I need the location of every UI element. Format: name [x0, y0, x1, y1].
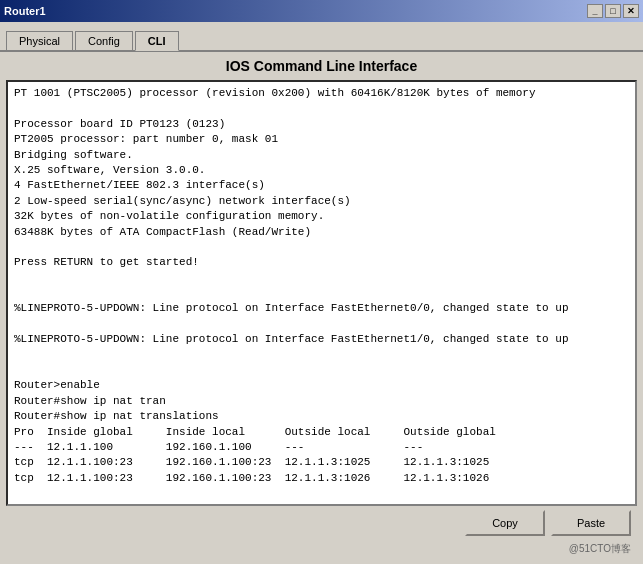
- minimize-button[interactable]: _: [587, 4, 603, 18]
- maximize-button[interactable]: □: [605, 4, 621, 18]
- terminal-content[interactable]: PT 1001 (PTSC2005) processor (revision 0…: [8, 82, 635, 504]
- copy-button[interactable]: Copy: [465, 510, 545, 536]
- main-container: IOS Command Line Interface PT 1001 (PTSC…: [0, 52, 643, 564]
- bottom-bar: Copy Paste: [6, 506, 637, 540]
- window-controls[interactable]: _ □ ✕: [587, 4, 639, 18]
- tab-config[interactable]: Config: [75, 31, 133, 50]
- page-title: IOS Command Line Interface: [6, 58, 637, 74]
- title-bar: Router1 _ □ ✕: [0, 0, 643, 22]
- terminal-scroll[interactable]: PT 1001 (PTSC2005) processor (revision 0…: [8, 82, 635, 504]
- window-title: Router1: [4, 5, 46, 17]
- tab-bar: Physical Config CLI: [0, 22, 643, 52]
- terminal-wrapper: PT 1001 (PTSC2005) processor (revision 0…: [6, 80, 637, 506]
- tab-cli[interactable]: CLI: [135, 31, 179, 51]
- tab-physical[interactable]: Physical: [6, 31, 73, 50]
- watermark: @51CTO博客: [6, 540, 637, 558]
- paste-button[interactable]: Paste: [551, 510, 631, 536]
- close-button[interactable]: ✕: [623, 4, 639, 18]
